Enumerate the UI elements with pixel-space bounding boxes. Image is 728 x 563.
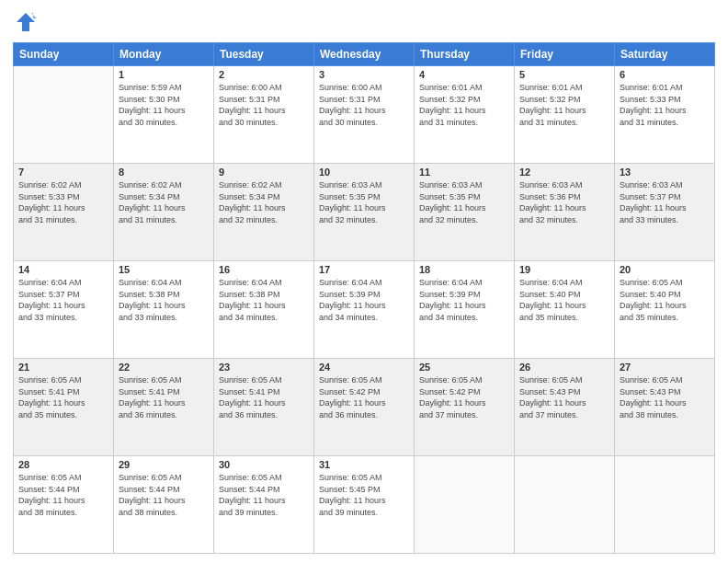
day-info: Sunrise: 6:05 AM Sunset: 5:41 PM Dayligh… — [18, 374, 108, 420]
calendar-cell: 2Sunrise: 6:00 AM Sunset: 5:31 PM Daylig… — [214, 66, 314, 164]
calendar-cell: 19Sunrise: 6:04 AM Sunset: 5:40 PM Dayli… — [515, 261, 615, 359]
weekday-header-sunday: Sunday — [14, 43, 114, 66]
day-info: Sunrise: 6:03 AM Sunset: 5:35 PM Dayligh… — [419, 179, 509, 225]
weekday-header-thursday: Thursday — [415, 43, 515, 66]
day-number: 1 — [119, 69, 209, 80]
day-number: 2 — [219, 69, 309, 80]
day-info: Sunrise: 6:03 AM Sunset: 5:37 PM Dayligh… — [620, 179, 710, 225]
day-info: Sunrise: 6:05 AM Sunset: 5:42 PM Dayligh… — [319, 374, 409, 420]
day-number: 16 — [219, 264, 309, 275]
day-number: 31 — [319, 459, 409, 470]
day-number: 4 — [419, 69, 509, 80]
day-number: 13 — [620, 167, 710, 178]
day-info: Sunrise: 6:05 AM Sunset: 5:44 PM Dayligh… — [219, 472, 309, 518]
day-info: Sunrise: 6:03 AM Sunset: 5:36 PM Dayligh… — [519, 179, 609, 225]
day-number: 27 — [620, 362, 710, 373]
header — [13, 9, 715, 35]
day-info: Sunrise: 6:02 AM Sunset: 5:33 PM Dayligh… — [18, 179, 108, 225]
day-info: Sunrise: 6:04 AM Sunset: 5:38 PM Dayligh… — [119, 277, 209, 323]
calendar-cell: 18Sunrise: 6:04 AM Sunset: 5:39 PM Dayli… — [415, 261, 515, 359]
calendar-cell — [515, 456, 615, 554]
weekday-header-saturday: Saturday — [615, 43, 715, 66]
calendar-cell: 26Sunrise: 6:05 AM Sunset: 5:43 PM Dayli… — [515, 359, 615, 456]
day-number: 12 — [519, 167, 609, 178]
logo — [13, 9, 42, 35]
logo-icon — [13, 9, 39, 35]
calendar-cell: 7Sunrise: 6:02 AM Sunset: 5:33 PM Daylig… — [14, 164, 114, 261]
day-info: Sunrise: 6:00 AM Sunset: 5:31 PM Dayligh… — [319, 82, 409, 128]
calendar-cell: 23Sunrise: 6:05 AM Sunset: 5:41 PM Dayli… — [214, 359, 314, 456]
day-number: 30 — [219, 459, 309, 470]
day-info: Sunrise: 6:04 AM Sunset: 5:37 PM Dayligh… — [18, 277, 108, 323]
calendar-cell: 15Sunrise: 6:04 AM Sunset: 5:38 PM Dayli… — [114, 261, 214, 359]
calendar-cell: 20Sunrise: 6:05 AM Sunset: 5:40 PM Dayli… — [615, 261, 715, 359]
calendar-week-4: 21Sunrise: 6:05 AM Sunset: 5:41 PM Dayli… — [14, 359, 715, 456]
day-number: 3 — [319, 69, 409, 80]
calendar-cell: 24Sunrise: 6:05 AM Sunset: 5:42 PM Dayli… — [314, 359, 415, 456]
day-number: 29 — [119, 459, 209, 470]
day-number: 8 — [119, 167, 209, 178]
calendar-cell: 11Sunrise: 6:03 AM Sunset: 5:35 PM Dayli… — [415, 164, 515, 261]
calendar-cell: 22Sunrise: 6:05 AM Sunset: 5:41 PM Dayli… — [114, 359, 214, 456]
day-info: Sunrise: 6:02 AM Sunset: 5:34 PM Dayligh… — [119, 179, 209, 225]
calendar-cell: 5Sunrise: 6:01 AM Sunset: 5:32 PM Daylig… — [515, 66, 615, 164]
day-number: 19 — [519, 264, 609, 275]
calendar-cell: 6Sunrise: 6:01 AM Sunset: 5:33 PM Daylig… — [615, 66, 715, 164]
day-number: 7 — [18, 167, 108, 178]
day-number: 15 — [119, 264, 209, 275]
day-number: 22 — [119, 362, 209, 373]
weekday-header-monday: Monday — [114, 43, 214, 66]
calendar-cell: 25Sunrise: 6:05 AM Sunset: 5:42 PM Dayli… — [415, 359, 515, 456]
calendar-table: SundayMondayTuesdayWednesdayThursdayFrid… — [13, 42, 715, 554]
day-info: Sunrise: 6:05 AM Sunset: 5:40 PM Dayligh… — [620, 277, 710, 323]
calendar-week-2: 7Sunrise: 6:02 AM Sunset: 5:33 PM Daylig… — [14, 164, 715, 261]
day-info: Sunrise: 6:05 AM Sunset: 5:42 PM Dayligh… — [419, 374, 509, 420]
calendar-cell: 27Sunrise: 6:05 AM Sunset: 5:43 PM Dayli… — [615, 359, 715, 456]
day-number: 18 — [419, 264, 509, 275]
calendar-cell: 14Sunrise: 6:04 AM Sunset: 5:37 PM Dayli… — [14, 261, 114, 359]
day-number: 24 — [319, 362, 409, 373]
calendar-cell — [415, 456, 515, 554]
calendar-cell: 16Sunrise: 6:04 AM Sunset: 5:38 PM Dayli… — [214, 261, 314, 359]
day-info: Sunrise: 6:00 AM Sunset: 5:31 PM Dayligh… — [219, 82, 309, 128]
calendar-week-1: 1Sunrise: 5:59 AM Sunset: 5:30 PM Daylig… — [14, 66, 715, 164]
calendar-cell: 30Sunrise: 6:05 AM Sunset: 5:44 PM Dayli… — [214, 456, 314, 554]
day-info: Sunrise: 6:03 AM Sunset: 5:35 PM Dayligh… — [319, 179, 409, 225]
calendar-cell — [615, 456, 715, 554]
day-number: 23 — [219, 362, 309, 373]
day-number: 10 — [319, 167, 409, 178]
weekday-header-wednesday: Wednesday — [314, 43, 415, 66]
day-info: Sunrise: 6:01 AM Sunset: 5:33 PM Dayligh… — [620, 82, 710, 128]
calendar-cell: 17Sunrise: 6:04 AM Sunset: 5:39 PM Dayli… — [314, 261, 415, 359]
day-number: 11 — [419, 167, 509, 178]
day-info: Sunrise: 6:04 AM Sunset: 5:38 PM Dayligh… — [219, 277, 309, 323]
day-info: Sunrise: 6:01 AM Sunset: 5:32 PM Dayligh… — [419, 82, 509, 128]
calendar-cell: 12Sunrise: 6:03 AM Sunset: 5:36 PM Dayli… — [515, 164, 615, 261]
day-number: 20 — [620, 264, 710, 275]
day-info: Sunrise: 5:59 AM Sunset: 5:30 PM Dayligh… — [119, 82, 209, 128]
day-info: Sunrise: 6:02 AM Sunset: 5:34 PM Dayligh… — [219, 179, 309, 225]
calendar-cell: 21Sunrise: 6:05 AM Sunset: 5:41 PM Dayli… — [14, 359, 114, 456]
calendar-cell: 4Sunrise: 6:01 AM Sunset: 5:32 PM Daylig… — [415, 66, 515, 164]
day-number: 9 — [219, 167, 309, 178]
calendar-week-3: 14Sunrise: 6:04 AM Sunset: 5:37 PM Dayli… — [14, 261, 715, 359]
calendar-cell: 31Sunrise: 6:05 AM Sunset: 5:45 PM Dayli… — [314, 456, 415, 554]
day-info: Sunrise: 6:04 AM Sunset: 5:40 PM Dayligh… — [519, 277, 609, 323]
calendar-cell — [14, 66, 114, 164]
day-number: 28 — [18, 459, 108, 470]
calendar-week-5: 28Sunrise: 6:05 AM Sunset: 5:44 PM Dayli… — [14, 456, 715, 554]
day-info: Sunrise: 6:01 AM Sunset: 5:32 PM Dayligh… — [519, 82, 609, 128]
day-info: Sunrise: 6:05 AM Sunset: 5:44 PM Dayligh… — [18, 472, 108, 518]
day-info: Sunrise: 6:05 AM Sunset: 5:44 PM Dayligh… — [119, 472, 209, 518]
calendar-cell: 1Sunrise: 5:59 AM Sunset: 5:30 PM Daylig… — [114, 66, 214, 164]
page: SundayMondayTuesdayWednesdayThursdayFrid… — [0, 0, 728, 563]
calendar-cell: 13Sunrise: 6:03 AM Sunset: 5:37 PM Dayli… — [615, 164, 715, 261]
weekday-header-row: SundayMondayTuesdayWednesdayThursdayFrid… — [14, 43, 715, 66]
calendar-cell: 10Sunrise: 6:03 AM Sunset: 5:35 PM Dayli… — [314, 164, 415, 261]
day-number: 14 — [18, 264, 108, 275]
day-number: 21 — [18, 362, 108, 373]
calendar-cell: 3Sunrise: 6:00 AM Sunset: 5:31 PM Daylig… — [314, 66, 415, 164]
day-info: Sunrise: 6:05 AM Sunset: 5:41 PM Dayligh… — [119, 374, 209, 420]
calendar-cell: 8Sunrise: 6:02 AM Sunset: 5:34 PM Daylig… — [114, 164, 214, 261]
day-number: 5 — [519, 69, 609, 80]
